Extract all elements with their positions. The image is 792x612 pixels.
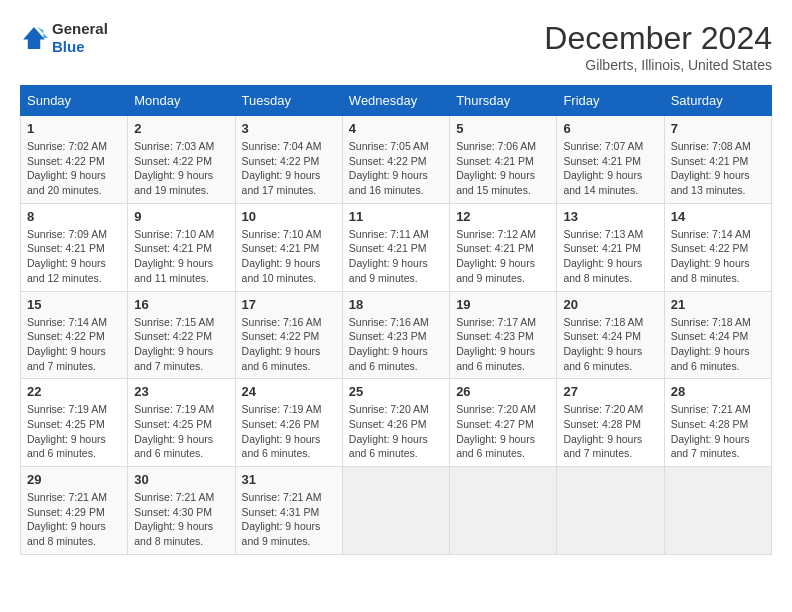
day-info: Sunrise: 7:07 AMSunset: 4:21 PMDaylight:…: [563, 139, 657, 198]
day-number: 26: [456, 384, 550, 399]
calendar-cell: [557, 467, 664, 555]
calendar-week-row: 15Sunrise: 7:14 AMSunset: 4:22 PMDayligh…: [21, 291, 772, 379]
calendar-cell: 29Sunrise: 7:21 AMSunset: 4:29 PMDayligh…: [21, 467, 128, 555]
day-number: 25: [349, 384, 443, 399]
day-number: 7: [671, 121, 765, 136]
calendar-cell: 31Sunrise: 7:21 AMSunset: 4:31 PMDayligh…: [235, 467, 342, 555]
calendar-cell: 17Sunrise: 7:16 AMSunset: 4:22 PMDayligh…: [235, 291, 342, 379]
day-info: Sunrise: 7:18 AMSunset: 4:24 PMDaylight:…: [563, 315, 657, 374]
calendar-cell: 20Sunrise: 7:18 AMSunset: 4:24 PMDayligh…: [557, 291, 664, 379]
day-number: 14: [671, 209, 765, 224]
calendar-cell: 9Sunrise: 7:10 AMSunset: 4:21 PMDaylight…: [128, 203, 235, 291]
day-info: Sunrise: 7:12 AMSunset: 4:21 PMDaylight:…: [456, 227, 550, 286]
calendar-cell: 14Sunrise: 7:14 AMSunset: 4:22 PMDayligh…: [664, 203, 771, 291]
day-info: Sunrise: 7:20 AMSunset: 4:26 PMDaylight:…: [349, 402, 443, 461]
day-number: 29: [27, 472, 121, 487]
day-number: 27: [563, 384, 657, 399]
day-number: 6: [563, 121, 657, 136]
day-info: Sunrise: 7:16 AMSunset: 4:22 PMDaylight:…: [242, 315, 336, 374]
calendar-week-row: 22Sunrise: 7:19 AMSunset: 4:25 PMDayligh…: [21, 379, 772, 467]
day-info: Sunrise: 7:09 AMSunset: 4:21 PMDaylight:…: [27, 227, 121, 286]
day-info: Sunrise: 7:10 AMSunset: 4:21 PMDaylight:…: [134, 227, 228, 286]
day-number: 13: [563, 209, 657, 224]
calendar-week-row: 1Sunrise: 7:02 AMSunset: 4:22 PMDaylight…: [21, 116, 772, 204]
day-number: 17: [242, 297, 336, 312]
calendar-cell: 23Sunrise: 7:19 AMSunset: 4:25 PMDayligh…: [128, 379, 235, 467]
day-info: Sunrise: 7:21 AMSunset: 4:31 PMDaylight:…: [242, 490, 336, 549]
calendar-cell: 11Sunrise: 7:11 AMSunset: 4:21 PMDayligh…: [342, 203, 449, 291]
day-info: Sunrise: 7:02 AMSunset: 4:22 PMDaylight:…: [27, 139, 121, 198]
calendar-cell: 25Sunrise: 7:20 AMSunset: 4:26 PMDayligh…: [342, 379, 449, 467]
weekday-header: Wednesday: [342, 86, 449, 116]
logo-icon: [20, 24, 48, 52]
title-area: December 2024 Gilberts, Illinois, United…: [544, 20, 772, 73]
day-number: 16: [134, 297, 228, 312]
day-number: 23: [134, 384, 228, 399]
day-number: 4: [349, 121, 443, 136]
day-number: 11: [349, 209, 443, 224]
day-number: 10: [242, 209, 336, 224]
calendar-cell: 16Sunrise: 7:15 AMSunset: 4:22 PMDayligh…: [128, 291, 235, 379]
day-info: Sunrise: 7:20 AMSunset: 4:28 PMDaylight:…: [563, 402, 657, 461]
day-number: 24: [242, 384, 336, 399]
calendar-cell: 18Sunrise: 7:16 AMSunset: 4:23 PMDayligh…: [342, 291, 449, 379]
calendar-cell: 13Sunrise: 7:13 AMSunset: 4:21 PMDayligh…: [557, 203, 664, 291]
day-number: 12: [456, 209, 550, 224]
calendar-cell: 8Sunrise: 7:09 AMSunset: 4:21 PMDaylight…: [21, 203, 128, 291]
day-info: Sunrise: 7:04 AMSunset: 4:22 PMDaylight:…: [242, 139, 336, 198]
day-number: 22: [27, 384, 121, 399]
logo: General Blue: [20, 20, 108, 56]
location: Gilberts, Illinois, United States: [544, 57, 772, 73]
header: General Blue December 2024 Gilberts, Ill…: [20, 20, 772, 73]
day-number: 31: [242, 472, 336, 487]
weekday-header: Sunday: [21, 86, 128, 116]
calendar-cell: 3Sunrise: 7:04 AMSunset: 4:22 PMDaylight…: [235, 116, 342, 204]
day-number: 2: [134, 121, 228, 136]
day-number: 18: [349, 297, 443, 312]
logo-text: General Blue: [52, 20, 108, 56]
day-info: Sunrise: 7:10 AMSunset: 4:21 PMDaylight:…: [242, 227, 336, 286]
day-number: 20: [563, 297, 657, 312]
day-number: 28: [671, 384, 765, 399]
weekday-header: Tuesday: [235, 86, 342, 116]
day-number: 21: [671, 297, 765, 312]
day-info: Sunrise: 7:14 AMSunset: 4:22 PMDaylight:…: [671, 227, 765, 286]
calendar-cell: 28Sunrise: 7:21 AMSunset: 4:28 PMDayligh…: [664, 379, 771, 467]
calendar-cell: 5Sunrise: 7:06 AMSunset: 4:21 PMDaylight…: [450, 116, 557, 204]
calendar-cell: 22Sunrise: 7:19 AMSunset: 4:25 PMDayligh…: [21, 379, 128, 467]
day-number: 5: [456, 121, 550, 136]
month-title: December 2024: [544, 20, 772, 57]
calendar-week-row: 8Sunrise: 7:09 AMSunset: 4:21 PMDaylight…: [21, 203, 772, 291]
day-number: 9: [134, 209, 228, 224]
calendar-cell: 19Sunrise: 7:17 AMSunset: 4:23 PMDayligh…: [450, 291, 557, 379]
calendar-cell: 7Sunrise: 7:08 AMSunset: 4:21 PMDaylight…: [664, 116, 771, 204]
calendar-cell: [664, 467, 771, 555]
day-info: Sunrise: 7:19 AMSunset: 4:25 PMDaylight:…: [134, 402, 228, 461]
day-info: Sunrise: 7:03 AMSunset: 4:22 PMDaylight:…: [134, 139, 228, 198]
day-number: 1: [27, 121, 121, 136]
calendar-cell: 12Sunrise: 7:12 AMSunset: 4:21 PMDayligh…: [450, 203, 557, 291]
weekday-row: SundayMondayTuesdayWednesdayThursdayFrid…: [21, 86, 772, 116]
day-info: Sunrise: 7:21 AMSunset: 4:30 PMDaylight:…: [134, 490, 228, 549]
day-info: Sunrise: 7:16 AMSunset: 4:23 PMDaylight:…: [349, 315, 443, 374]
calendar-cell: 27Sunrise: 7:20 AMSunset: 4:28 PMDayligh…: [557, 379, 664, 467]
day-number: 19: [456, 297, 550, 312]
day-info: Sunrise: 7:17 AMSunset: 4:23 PMDaylight:…: [456, 315, 550, 374]
calendar-cell: 26Sunrise: 7:20 AMSunset: 4:27 PMDayligh…: [450, 379, 557, 467]
calendar-cell: 1Sunrise: 7:02 AMSunset: 4:22 PMDaylight…: [21, 116, 128, 204]
weekday-header: Friday: [557, 86, 664, 116]
calendar-cell: 30Sunrise: 7:21 AMSunset: 4:30 PMDayligh…: [128, 467, 235, 555]
day-number: 3: [242, 121, 336, 136]
calendar-cell: [450, 467, 557, 555]
weekday-header: Saturday: [664, 86, 771, 116]
day-info: Sunrise: 7:14 AMSunset: 4:22 PMDaylight:…: [27, 315, 121, 374]
day-number: 8: [27, 209, 121, 224]
calendar-cell: 24Sunrise: 7:19 AMSunset: 4:26 PMDayligh…: [235, 379, 342, 467]
calendar-cell: 10Sunrise: 7:10 AMSunset: 4:21 PMDayligh…: [235, 203, 342, 291]
calendar-cell: 2Sunrise: 7:03 AMSunset: 4:22 PMDaylight…: [128, 116, 235, 204]
day-info: Sunrise: 7:18 AMSunset: 4:24 PMDaylight:…: [671, 315, 765, 374]
weekday-header: Thursday: [450, 86, 557, 116]
day-info: Sunrise: 7:06 AMSunset: 4:21 PMDaylight:…: [456, 139, 550, 198]
day-info: Sunrise: 7:20 AMSunset: 4:27 PMDaylight:…: [456, 402, 550, 461]
day-number: 30: [134, 472, 228, 487]
